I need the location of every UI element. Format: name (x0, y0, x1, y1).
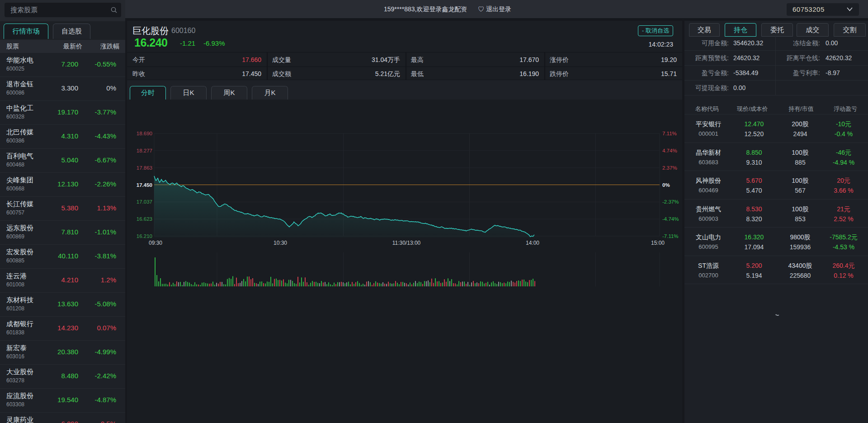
svg-text:7.11%: 7.11% (662, 131, 677, 136)
svg-text:14:00: 14:00 (526, 240, 539, 246)
svg-text:-2.37%: -2.37% (662, 199, 679, 204)
svg-text:-7.11%: -7.11% (662, 233, 679, 239)
svg-text:17.037: 17.037 (137, 199, 152, 204)
svg-text:18.690: 18.690 (137, 131, 152, 136)
svg-text:17.863: 17.863 (137, 165, 152, 171)
svg-text:11:30/13:00: 11:30/13:00 (392, 240, 421, 246)
svg-text:-4.74%: -4.74% (662, 216, 679, 222)
svg-text:2.37%: 2.37% (662, 165, 677, 171)
svg-text:16.623: 16.623 (137, 216, 152, 222)
svg-text:4.74%: 4.74% (662, 148, 677, 153)
svg-text:17.450: 17.450 (137, 182, 152, 188)
svg-text:10:30: 10:30 (274, 240, 287, 246)
svg-text:16.210: 16.210 (137, 233, 152, 239)
svg-text:09:30: 09:30 (149, 240, 162, 246)
svg-text:0%: 0% (662, 182, 670, 188)
svg-text:18.277: 18.277 (137, 148, 152, 153)
svg-text:15:00: 15:00 (651, 240, 665, 246)
